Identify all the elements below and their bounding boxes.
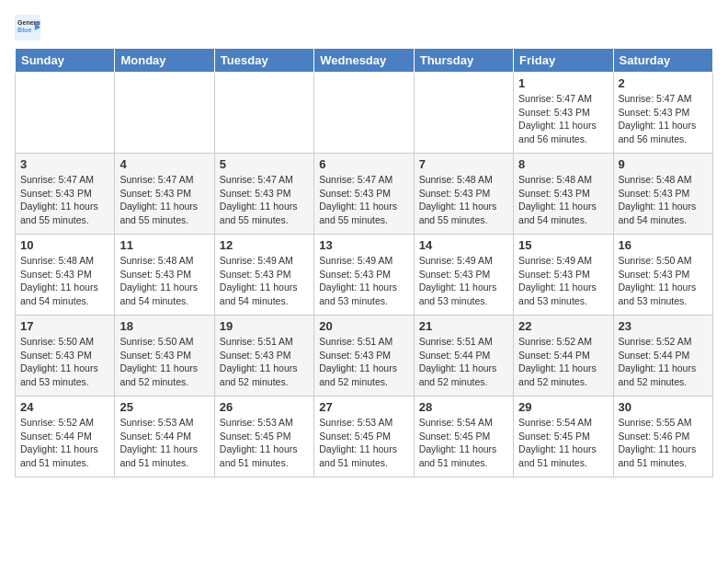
day-number: 26 — [220, 400, 309, 414]
day-number: 16 — [619, 238, 708, 252]
day-info: Sunrise: 5:52 AM Sunset: 5:44 PM Dayligh… — [619, 335, 708, 389]
day-number: 10 — [20, 238, 109, 252]
day-info: Sunrise: 5:47 AM Sunset: 5:43 PM Dayligh… — [619, 92, 708, 146]
calendar-day-cell: 1Sunrise: 5:47 AM Sunset: 5:43 PM Daylig… — [514, 73, 613, 154]
calendar-day-cell — [414, 73, 513, 154]
calendar-day-cell: 19Sunrise: 5:51 AM Sunset: 5:43 PM Dayli… — [214, 316, 313, 396]
calendar-day-cell: 13Sunrise: 5:49 AM Sunset: 5:43 PM Dayli… — [314, 235, 414, 316]
day-info: Sunrise: 5:50 AM Sunset: 5:43 PM Dayligh… — [119, 335, 209, 389]
day-number: 6 — [319, 157, 408, 171]
day-number: 1 — [518, 76, 608, 90]
day-number: 23 — [619, 319, 708, 333]
calendar-day-cell: 22Sunrise: 5:52 AM Sunset: 5:44 PM Dayli… — [514, 316, 613, 396]
weekday-header-row: SundayMondayTuesdayWednesdayThursdayFrid… — [16, 49, 713, 73]
day-number: 17 — [20, 319, 109, 333]
day-info: Sunrise: 5:47 AM Sunset: 5:43 PM Dayligh… — [119, 173, 209, 227]
calendar-day-cell — [214, 73, 313, 154]
page-header: General Blue — [15, 15, 713, 40]
day-number: 21 — [419, 319, 508, 333]
calendar-day-cell: 4Sunrise: 5:47 AM Sunset: 5:43 PM Daylig… — [115, 154, 214, 235]
day-info: Sunrise: 5:49 AM Sunset: 5:43 PM Dayligh… — [419, 254, 508, 308]
day-number: 18 — [119, 319, 209, 333]
calendar-day-cell — [16, 73, 115, 154]
calendar-day-cell: 28Sunrise: 5:54 AM Sunset: 5:45 PM Dayli… — [414, 396, 513, 477]
calendar-day-cell: 27Sunrise: 5:53 AM Sunset: 5:45 PM Dayli… — [314, 396, 414, 477]
calendar-day-cell: 30Sunrise: 5:55 AM Sunset: 5:46 PM Dayli… — [613, 396, 712, 477]
calendar-day-cell — [115, 73, 214, 154]
day-number: 9 — [619, 157, 708, 171]
day-info: Sunrise: 5:49 AM Sunset: 5:43 PM Dayligh… — [518, 254, 608, 308]
day-number: 28 — [419, 400, 508, 414]
day-info: Sunrise: 5:48 AM Sunset: 5:43 PM Dayligh… — [119, 254, 209, 308]
day-number: 3 — [20, 157, 109, 171]
day-number: 25 — [119, 400, 209, 414]
calendar-day-cell: 26Sunrise: 5:53 AM Sunset: 5:45 PM Dayli… — [214, 396, 313, 477]
day-number: 24 — [20, 400, 109, 414]
day-number: 8 — [518, 157, 608, 171]
day-number: 19 — [220, 319, 309, 333]
calendar-day-cell — [314, 73, 414, 154]
calendar-day-cell: 3Sunrise: 5:47 AM Sunset: 5:43 PM Daylig… — [16, 154, 115, 235]
calendar-day-cell: 9Sunrise: 5:48 AM Sunset: 5:43 PM Daylig… — [613, 154, 712, 235]
calendar-day-cell: 2Sunrise: 5:47 AM Sunset: 5:43 PM Daylig… — [613, 73, 712, 154]
day-number: 20 — [319, 319, 408, 333]
day-info: Sunrise: 5:48 AM Sunset: 5:43 PM Dayligh… — [419, 173, 508, 227]
day-number: 4 — [119, 157, 209, 171]
day-info: Sunrise: 5:55 AM Sunset: 5:46 PM Dayligh… — [619, 416, 708, 470]
calendar-day-cell: 14Sunrise: 5:49 AM Sunset: 5:43 PM Dayli… — [414, 235, 513, 316]
day-info: Sunrise: 5:47 AM Sunset: 5:43 PM Dayligh… — [20, 173, 109, 227]
calendar-day-cell: 11Sunrise: 5:48 AM Sunset: 5:43 PM Dayli… — [115, 235, 214, 316]
day-info: Sunrise: 5:47 AM Sunset: 5:43 PM Dayligh… — [319, 173, 408, 227]
day-info: Sunrise: 5:52 AM Sunset: 5:44 PM Dayligh… — [518, 335, 608, 389]
day-info: Sunrise: 5:49 AM Sunset: 5:43 PM Dayligh… — [319, 254, 408, 308]
day-number: 12 — [220, 238, 309, 252]
day-number: 27 — [319, 400, 408, 414]
day-info: Sunrise: 5:47 AM Sunset: 5:43 PM Dayligh… — [518, 92, 608, 146]
calendar-week-row: 3Sunrise: 5:47 AM Sunset: 5:43 PM Daylig… — [16, 154, 713, 235]
day-number: 14 — [419, 238, 508, 252]
day-number: 5 — [220, 157, 309, 171]
day-info: Sunrise: 5:54 AM Sunset: 5:45 PM Dayligh… — [518, 416, 608, 470]
logo: General Blue — [15, 15, 44, 40]
calendar-week-row: 1Sunrise: 5:47 AM Sunset: 5:43 PM Daylig… — [16, 73, 713, 154]
calendar-day-cell: 10Sunrise: 5:48 AM Sunset: 5:43 PM Dayli… — [16, 235, 115, 316]
day-number: 15 — [518, 238, 608, 252]
day-info: Sunrise: 5:54 AM Sunset: 5:45 PM Dayligh… — [419, 416, 508, 470]
calendar-day-cell: 29Sunrise: 5:54 AM Sunset: 5:45 PM Dayli… — [514, 396, 613, 477]
calendar-week-row: 10Sunrise: 5:48 AM Sunset: 5:43 PM Dayli… — [16, 235, 713, 316]
weekday-header-cell: Tuesday — [214, 49, 313, 73]
svg-text:Blue: Blue — [17, 27, 31, 33]
calendar-day-cell: 12Sunrise: 5:49 AM Sunset: 5:43 PM Dayli… — [214, 235, 313, 316]
calendar-day-cell: 5Sunrise: 5:47 AM Sunset: 5:43 PM Daylig… — [214, 154, 313, 235]
day-info: Sunrise: 5:47 AM Sunset: 5:43 PM Dayligh… — [220, 173, 309, 227]
calendar-day-cell: 21Sunrise: 5:51 AM Sunset: 5:44 PM Dayli… — [414, 316, 513, 396]
day-number: 7 — [419, 157, 508, 171]
calendar-day-cell: 18Sunrise: 5:50 AM Sunset: 5:43 PM Dayli… — [115, 316, 214, 396]
day-info: Sunrise: 5:53 AM Sunset: 5:45 PM Dayligh… — [319, 416, 408, 470]
calendar-day-cell: 25Sunrise: 5:53 AM Sunset: 5:44 PM Dayli… — [115, 396, 214, 477]
day-number: 30 — [619, 400, 708, 414]
day-info: Sunrise: 5:51 AM Sunset: 5:43 PM Dayligh… — [220, 335, 309, 389]
weekday-header-cell: Wednesday — [314, 49, 414, 73]
day-info: Sunrise: 5:52 AM Sunset: 5:44 PM Dayligh… — [20, 416, 109, 470]
logo-icon: General Blue — [15, 15, 40, 40]
calendar-day-cell: 17Sunrise: 5:50 AM Sunset: 5:43 PM Dayli… — [16, 316, 115, 396]
calendar-day-cell: 20Sunrise: 5:51 AM Sunset: 5:43 PM Dayli… — [314, 316, 414, 396]
calendar-day-cell: 24Sunrise: 5:52 AM Sunset: 5:44 PM Dayli… — [16, 396, 115, 477]
day-info: Sunrise: 5:53 AM Sunset: 5:45 PM Dayligh… — [220, 416, 309, 470]
calendar-table: SundayMondayTuesdayWednesdayThursdayFrid… — [15, 48, 713, 477]
day-info: Sunrise: 5:51 AM Sunset: 5:44 PM Dayligh… — [419, 335, 508, 389]
day-info: Sunrise: 5:50 AM Sunset: 5:43 PM Dayligh… — [20, 335, 109, 389]
calendar-week-row: 17Sunrise: 5:50 AM Sunset: 5:43 PM Dayli… — [16, 316, 713, 396]
weekday-header-cell: Sunday — [16, 49, 115, 73]
day-info: Sunrise: 5:48 AM Sunset: 5:43 PM Dayligh… — [20, 254, 109, 308]
calendar-day-cell: 7Sunrise: 5:48 AM Sunset: 5:43 PM Daylig… — [414, 154, 513, 235]
calendar-day-cell: 23Sunrise: 5:52 AM Sunset: 5:44 PM Dayli… — [613, 316, 712, 396]
day-number: 29 — [518, 400, 608, 414]
day-info: Sunrise: 5:48 AM Sunset: 5:43 PM Dayligh… — [619, 173, 708, 227]
day-number: 22 — [518, 319, 608, 333]
weekday-header-cell: Saturday — [613, 49, 712, 73]
calendar-body: 1Sunrise: 5:47 AM Sunset: 5:43 PM Daylig… — [16, 73, 713, 477]
weekday-header-cell: Friday — [514, 49, 613, 73]
day-info: Sunrise: 5:50 AM Sunset: 5:43 PM Dayligh… — [619, 254, 708, 308]
